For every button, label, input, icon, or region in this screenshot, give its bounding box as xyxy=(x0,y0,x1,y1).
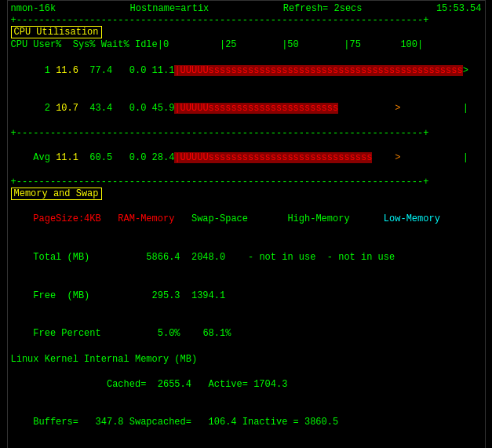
memory-free-row: Free (MB) 295.3 1394.1 xyxy=(8,276,485,315)
buffers-row: Buffers= 347.8 Swapcached= 106.4 Inactiv… xyxy=(8,403,485,442)
page-size-label: PageSize:4KB xyxy=(33,213,100,224)
cpu-section-header: CPU Utilisation xyxy=(8,26,485,38)
cached-active-row: Cached= 2655.4 Active= 1704.3 xyxy=(8,366,485,404)
cpu-row-2: 2 10.7 43.4 0.0 45.9|UUUUUssssssssssssss… xyxy=(8,89,485,128)
separator-1: +---------------------------------------… xyxy=(8,15,485,26)
ram-label: RAM-Memory xyxy=(118,213,174,224)
kernel-mem-label: Linux Kernel Internal Memory (MB) xyxy=(8,353,485,366)
cpu-section-label: CPU Utilisation xyxy=(11,26,102,38)
memory-free-pct-row: Free Percent 5.0% 68.1% xyxy=(8,315,485,353)
title-bar: nmon-16k Hostname=artix Refresh= 2secs 1… xyxy=(8,2,485,15)
memory-section-header: Memory and Swap xyxy=(8,188,485,200)
low-label: Low-Memory xyxy=(384,213,440,224)
app-title: nmon-16k xyxy=(11,3,56,14)
dirty-row: Dirty = 288.5 Writeback = 0.0 Mapped = 3… xyxy=(8,442,485,448)
refresh: Refresh= 2secs xyxy=(283,3,363,14)
terminal-window: nmon-16k Hostname=artix Refresh= 2secs 1… xyxy=(7,0,486,448)
cpu-avg-row: Avg 11.1 60.5 0.0 28.4|UUUUUssssssssssss… xyxy=(8,139,485,177)
separator-3: +---------------------------------------… xyxy=(8,177,485,188)
hostname: Hostname=artix xyxy=(129,3,209,14)
swap-label: Swap-Space xyxy=(191,213,248,224)
high-label: High-Memory xyxy=(287,213,349,224)
time: 15:53.54 xyxy=(436,3,482,14)
memory-total-row: Total (MB) 5866.4 2048.0 - not in use - … xyxy=(8,239,485,277)
memory-section-label: Memory and Swap xyxy=(11,188,102,200)
separator-2: +---------------------------------------… xyxy=(8,128,485,139)
memory-header-row: PageSize:4KB RAM-Memory Swap-Space High-… xyxy=(8,200,485,239)
cpu-row-1: 1 11.6 77.4 0.0 11.1|UUUUUssssssssssssss… xyxy=(8,51,485,89)
cpu-header-row: CPU User% Sys% Wait% Idle|0 |25 |50 |75 … xyxy=(8,38,485,51)
